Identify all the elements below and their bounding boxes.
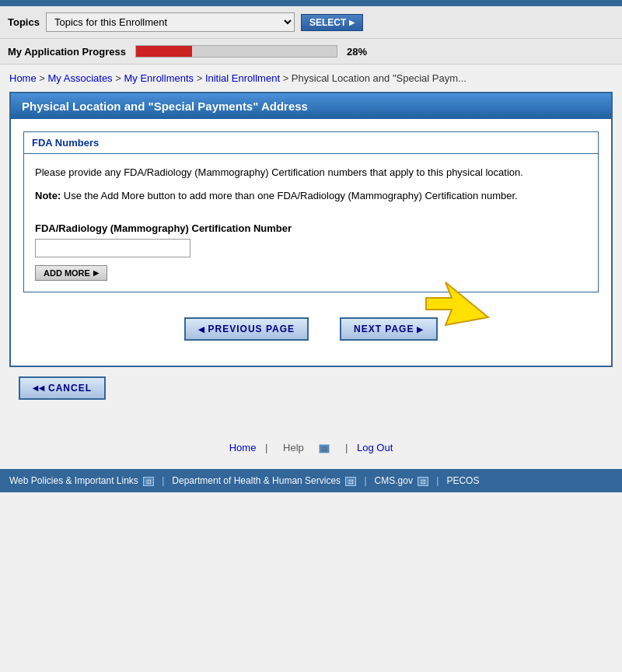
fda-header: FDA Numbers	[24, 132, 598, 154]
breadcrumb: Home > My Associates > My Enrollments > …	[0, 65, 622, 92]
fda-subsection: FDA Numbers Please provide any FDA/Radio…	[23, 131, 599, 292]
cms-icon: ⊡	[418, 477, 428, 486]
select-button[interactable]: SELECT	[301, 14, 363, 31]
progress-bar-fill	[136, 46, 192, 57]
main-content: Physical Location and "Special Payments"…	[0, 92, 622, 418]
breadcrumb-home[interactable]: Home	[9, 72, 37, 84]
add-more-button[interactable]: ADD MORE	[35, 265, 107, 281]
footer-logout-link[interactable]: Log Out	[357, 442, 393, 453]
arrow-wrapper: NEXT PAGE	[340, 317, 438, 341]
next-page-button[interactable]: NEXT PAGE	[340, 317, 438, 341]
web-policies-link[interactable]: Web Policies & Important Links ⊡	[9, 475, 154, 486]
topics-label: Topics	[8, 16, 40, 28]
previous-page-button[interactable]: PREVIOUS PAGE	[184, 317, 309, 341]
breadcrumb-enrollments[interactable]: My Enrollments	[124, 72, 194, 84]
bottom-bar: Web Policies & Important Links ⊡ | Depar…	[0, 469, 622, 492]
dhhs-icon: ⊡	[345, 477, 356, 486]
progress-label: My Application Progress	[8, 46, 126, 58]
fda-field-label: FDA/Radiology (Mammography) Certificatio…	[35, 222, 587, 234]
section-header: Physical Location and "Special Payments"…	[11, 93, 611, 119]
footer-home-link[interactable]: Home	[229, 442, 257, 453]
breadcrumb-current: Physical Location and "Special Paym...	[292, 72, 466, 84]
top-bar	[0, 0, 622, 6]
topics-row: Topics Topics for this Enrollment SELECT	[0, 6, 622, 39]
fda-note-text: Use the Add More button to add more than…	[64, 190, 518, 201]
cancel-section: CANCEL	[9, 367, 613, 409]
progress-row: My Application Progress 28%	[0, 39, 622, 65]
section-body: FDA Numbers Please provide any FDA/Radio…	[11, 119, 611, 366]
dhhs-link[interactable]: Department of Health & Human Services ⊡	[172, 475, 356, 486]
cms-link[interactable]: CMS.gov ⊡	[375, 475, 429, 486]
fda-body: Please provide any FDA/Radiology (Mammog…	[24, 154, 598, 292]
nav-buttons: PREVIOUS PAGE NEXT PAGE	[23, 305, 599, 353]
progress-percentage: 28%	[347, 46, 367, 58]
progress-bar-container	[135, 45, 337, 58]
web-policies-icon: ⊡	[143, 477, 154, 486]
breadcrumb-initial-enrollment[interactable]: Initial Enrollment	[205, 72, 280, 84]
section-card: Physical Location and "Special Payments"…	[9, 92, 613, 367]
fda-note: Note: Use the Add More button to add mor…	[35, 188, 587, 204]
pecos-link[interactable]: PECOS	[446, 475, 479, 486]
breadcrumb-associates[interactable]: My Associates	[48, 72, 113, 84]
cancel-button[interactable]: CANCEL	[19, 376, 106, 400]
fda-certification-input[interactable]	[35, 239, 190, 257]
footer-links: Home | Help ⊡ | Log Out	[0, 418, 622, 469]
fda-desc1: Please provide any FDA/Radiology (Mammog…	[35, 165, 587, 180]
help-external-icon: ⊡	[319, 444, 330, 453]
footer-help-link[interactable]: Help ⊡	[277, 442, 339, 453]
topics-select[interactable]: Topics for this Enrollment	[46, 12, 295, 32]
